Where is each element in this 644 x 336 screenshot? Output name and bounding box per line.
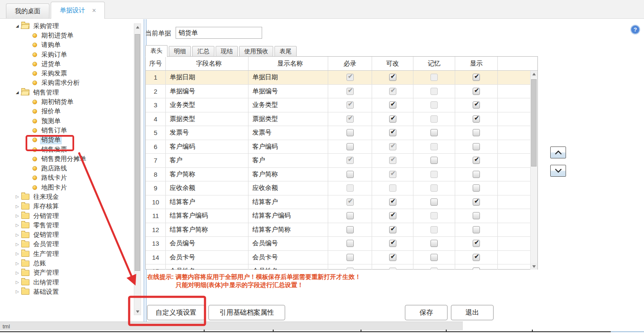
checkbox-visible[interactable] [473,143,480,150]
checkbox-visible[interactable] [473,226,480,233]
table-row[interactable]: 5发票号发票号✔ [146,126,530,140]
checkbox-visible[interactable] [473,171,480,178]
tree-expanded-icon[interactable]: ◢ [14,24,20,28]
checkbox-editable[interactable]: ✔ [389,240,396,247]
tree-collapsed-icon[interactable]: ▷ [14,290,20,294]
table-scrollbar[interactable] [530,71,537,270]
checkbox-required[interactable] [347,240,354,247]
tree-collapsed-icon[interactable]: ▷ [14,252,20,256]
checkbox-visible[interactable]: ✔ [473,240,480,247]
table-row[interactable]: 3业务类型业务类型✔✔✔ [146,98,530,112]
checkbox-memory[interactable] [430,254,438,261]
tree-item[interactable]: ▷往来现金 [0,192,132,201]
checkbox-editable[interactable]: ✔ [389,198,396,206]
tree-collapsed-icon[interactable]: ▷ [14,261,20,266]
tree-item[interactable]: ▷零售管理 [0,221,132,230]
tree-item[interactable]: 请购单 [0,40,132,50]
tree-item[interactable]: 销货单 [0,135,132,145]
checkbox-visible[interactable]: ✔ [473,88,480,95]
tree-collapsed-icon[interactable]: ▷ [14,242,20,247]
tree-collapsed-icon[interactable]: ▷ [14,204,20,209]
table-row[interactable]: 7客户客户✔✔✔ [146,154,530,168]
table-row[interactable]: 10结算客户结算客户✔✔✔ [146,195,530,210]
current-doc-input[interactable] [176,27,262,39]
checkbox-editable[interactable]: ✔ [389,226,396,233]
doc-tab-4[interactable]: 现结 [216,46,238,57]
tree-item[interactable]: ◢销售管理 [0,88,132,97]
checkbox-memory[interactable] [430,240,438,247]
scroll-up-button[interactable] [531,71,537,77]
save-button[interactable]: 保存 [405,305,448,320]
tree-item[interactable]: 销售发票 [0,145,132,154]
move-up-button[interactable] [550,146,566,158]
checkbox-visible[interactable]: ✔ [473,198,480,206]
tree-item[interactable]: ▷出纳管理 [0,278,132,287]
move-down-button[interactable] [550,165,566,177]
tree-item[interactable]: ▷总账 [0,258,132,268]
checkbox-memory[interactable] [430,157,438,164]
custom-items-settings-button[interactable]: 自定义项设置 [147,305,205,320]
table-row[interactable]: 6客户编码客户编码✔ [146,140,530,154]
tree-item[interactable]: 销售费用分摊单 [0,154,132,164]
tree-item[interactable]: 路线卡片 [0,173,132,183]
tree-item[interactable]: 进货单 [0,59,132,69]
tree-collapsed-icon[interactable]: ▷ [14,195,20,199]
close-icon[interactable]: × [92,7,96,14]
tree-item[interactable]: 跑店路线 [0,164,132,173]
tree-scrollbar-thumb[interactable] [135,34,140,271]
checkbox-visible[interactable]: ✔ [473,101,480,109]
checkbox-visible[interactable]: ✔ [473,74,480,81]
tree-item[interactable]: ▷库存核算 [0,202,132,211]
doc-tab-3[interactable]: 汇总 [192,46,214,57]
tree-item[interactable]: ▷生产管理 [0,249,132,258]
scroll-up-button[interactable] [134,24,141,30]
tree-item[interactable]: 采购发票 [0,69,132,78]
table-row[interactable]: 9应收余额应收余额 [146,181,530,195]
checkbox-visible[interactable]: ✔ [473,157,480,164]
checkbox-editable[interactable]: ✔ [389,101,396,109]
table-row[interactable]: 11结算客户编码结算客户编码✔ [146,209,530,223]
checkbox-required[interactable] [347,254,354,261]
checkbox-visible[interactable] [473,184,480,192]
checkbox-editable[interactable]: ✔ [389,129,396,136]
help-icon[interactable]: ? [631,26,639,34]
tree-collapsed-icon[interactable]: ▷ [14,233,20,237]
tree-item[interactable]: 报价单 [0,107,132,116]
reference-archive-attrs-button[interactable]: 引用基础档案属性 [208,305,285,320]
tree-expanded-icon[interactable]: ◢ [14,91,20,95]
scroll-down-button[interactable] [531,263,537,270]
tree-collapsed-icon[interactable]: ▷ [14,223,20,227]
tree-item[interactable]: ▷会员管理 [0,240,132,249]
tree-collapsed-icon[interactable]: ▷ [14,280,20,284]
tree-scrollbar[interactable] [134,23,141,315]
exit-button[interactable]: 退出 [451,305,494,320]
tree-item[interactable]: 期初销货单 [0,97,132,106]
checkbox-visible[interactable] [473,129,480,136]
window-tab-1[interactable]: 我的桌面 [6,3,49,18]
doc-tab-2[interactable]: 明细 [169,46,191,57]
table-row[interactable]: 14会员卡号会员卡号✔✔ [146,251,530,265]
tree-item[interactable]: 地图卡片 [0,183,132,192]
checkbox-required[interactable] [347,212,354,219]
checkbox-editable[interactable]: ✔ [389,74,396,81]
tree-item[interactable]: 销售订单 [0,126,132,135]
doc-tab-1[interactable]: 表头 [145,45,167,57]
tree-item[interactable]: 期初进货单 [0,31,132,40]
tree-item[interactable]: 预测单 [0,116,132,126]
tree-item[interactable]: ◢采购管理 [0,21,132,31]
scroll-down-button[interactable] [134,308,141,315]
tree-item[interactable]: ▷分销管理 [0,211,132,221]
checkbox-required[interactable] [347,226,354,233]
table-row[interactable]: 2单据编号单据编号✔✔✔ [146,85,530,99]
table-row[interactable]: 12结算客户简称结算客户简称✔ [146,223,530,237]
doc-tab-6[interactable]: 表尾 [274,46,297,57]
window-tab-2[interactable]: 单据设计× [51,2,105,19]
checkbox-visible[interactable]: ✔ [473,115,480,123]
checkbox-memory[interactable] [430,129,438,136]
checkbox-required[interactable] [347,129,354,136]
tree-collapsed-icon[interactable]: ▷ [14,214,20,218]
table-row[interactable]: 1单据日期单据日期✔✔✔ [146,71,530,85]
table-row[interactable]: 4票据类型票据类型✔✔✔ [146,112,530,126]
tree-item[interactable]: 采购订单 [0,50,132,59]
checkbox-visible[interactable]: ✔ [473,254,480,261]
